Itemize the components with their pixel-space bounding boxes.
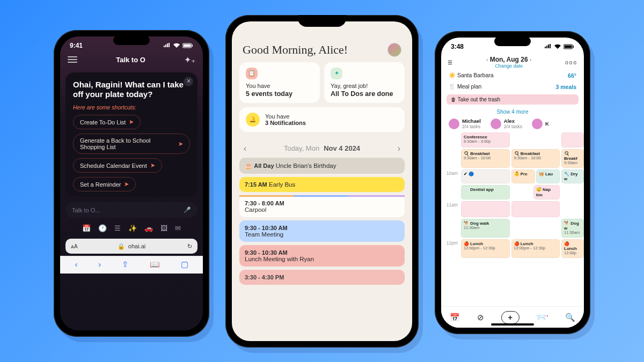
done-pre: Yay, great job! (331, 83, 368, 89)
clipboard-icon: 📋 (246, 68, 258, 79)
status-icons (163, 43, 193, 48)
toolbar: 📅 🕐 ☰ ✨ 🚗 🖼 ✉ (60, 221, 203, 237)
sparkle-tool-icon[interactable]: ✨ (128, 224, 137, 232)
weather-row[interactable]: ☀️ Santa Barbara 66° (441, 70, 584, 81)
shortcut-button[interactable]: Generate a Back to School Shopping List … (73, 134, 190, 154)
svg-rect-2 (192, 45, 193, 47)
mic-icon[interactable]: 🎤 (184, 206, 191, 213)
notif-main: 3 Notifications (265, 120, 306, 126)
calendar-icon[interactable]: 📅 (450, 313, 460, 322)
shortcut-button[interactable]: Create To-Do List ➤ (73, 115, 141, 129)
prev-day-icon[interactable]: ‹ (244, 144, 246, 153)
greeting-text: Ohai, Ragini! What can I take off your p… (73, 80, 190, 100)
calendar-event[interactable]: 🍎 Lunch12:00p (561, 239, 584, 258)
sparkle-icon[interactable]: ✦₊ (184, 55, 195, 65)
calendar-event[interactable]: ✔ 🔵 (461, 169, 510, 183)
menu-icon[interactable]: ☰ (448, 60, 452, 65)
status-time: 9:41 (70, 42, 83, 49)
phone-ohai: 9:41 Talk to O ✦₊ ✕ Ohai, Ragini! What c… (54, 30, 209, 337)
change-date-link[interactable]: Change date (486, 63, 531, 69)
refresh-icon[interactable]: ↻ (187, 243, 192, 250)
more-icon[interactable]: ooo (565, 60, 577, 65)
clock-icon[interactable]: 🕐 (98, 224, 107, 232)
calendar-event[interactable]: 🍳 Breakf9:30am (561, 149, 584, 168)
notifications-card[interactable]: 🔔 You have 3 Notifications (239, 107, 405, 132)
shortcuts-label: Here are some shortcuts: (73, 104, 190, 110)
calendar-event[interactable]: 🍳 Breakfast9:30am - 10:00 (461, 149, 510, 168)
chat-placeholder: Talk to O... (72, 207, 100, 213)
calendar-event[interactable]: 👶 Pre (511, 169, 535, 183)
search-icon[interactable]: 🔍 (565, 313, 575, 322)
calendar-event[interactable]: 🦷 Dentist app (461, 185, 510, 199)
mail-icon[interactable]: ✉ (175, 224, 181, 232)
inbox-icon[interactable]: 📨• (536, 313, 548, 322)
calendar-event[interactable]: 🍎 Lunch12:00pm - 12:30p (461, 239, 510, 258)
back-icon[interactable]: ‹ (75, 260, 77, 269)
todos-card[interactable]: ✦ Yay, great job! All To Dos are done (324, 62, 405, 103)
calendar-event[interactable]: 🔧 Dry w (561, 169, 584, 183)
svg-rect-5 (573, 46, 574, 48)
person-chip[interactable]: Alex2/4 tasks (491, 118, 522, 129)
calendar-event[interactable]: 🍳 Breakfast9:30am - 10:00 (511, 149, 560, 168)
status-time: 3:48 (451, 43, 464, 50)
greeting-card: ✕ Ohai, Ragini! What can I take off your… (65, 72, 197, 197)
event-item[interactable]: 7:15 AM Early Bus (239, 177, 405, 192)
calendar-event[interactable] (561, 132, 584, 147)
text-size-icon[interactable]: ᴀA (71, 243, 78, 249)
tabs-icon[interactable]: ▢ (181, 260, 188, 269)
greeting-title: Good Morning, Alice! (243, 43, 348, 57)
date-label: Today, Mon (284, 144, 319, 152)
events-main: 5 events today (246, 90, 313, 98)
add-button[interactable]: + (501, 311, 519, 324)
chat-input[interactable]: Talk to O... 🎤 (65, 202, 197, 218)
check-icon[interactable]: ⊘ (477, 313, 484, 322)
date-header[interactable]: ‹ Mon, Aug 26 › Change date (486, 56, 531, 69)
calendar-event[interactable]: 🐕 Dog w11:30am (561, 219, 584, 238)
url-text: ohai.ai (128, 243, 145, 249)
image-icon[interactable]: 🖼 (160, 224, 167, 232)
events-card[interactable]: 📋 You have 5 events today (239, 62, 320, 103)
meal-row[interactable]: 🍴 Meal plan 3 meals (441, 81, 584, 92)
forward-icon[interactable]: › (98, 260, 101, 269)
car-icon[interactable]: 🚗 (144, 224, 153, 232)
next-day-icon[interactable]: › (398, 144, 400, 153)
url-bar[interactable]: ᴀA 🔒 ohai.ai ↻ (65, 239, 197, 254)
notif-pre: You have (265, 113, 289, 120)
shortcut-button[interactable]: Schedule Calendar Event ➤ (73, 158, 162, 173)
calendar-add-icon[interactable]: 📅 (82, 224, 91, 232)
svg-rect-1 (184, 44, 191, 47)
browser-nav: ‹ › ⇧ 📖 ▢ (60, 256, 203, 274)
calendar-event[interactable]: 🧺 Lau (536, 169, 560, 183)
event-item[interactable]: 🎂 All Day Uncle Brian's Birthday (239, 158, 405, 174)
date-value: Nov 4 2024 (324, 144, 360, 152)
done-main: All To Dos are done (331, 90, 398, 98)
avatar[interactable] (387, 43, 401, 57)
calendar-event[interactable]: Conference8:30am - 3:00p (461, 132, 510, 147)
bell-icon: 🔔 (246, 113, 260, 127)
calendar-event[interactable]: 🐕 Dog walk11:30am (461, 219, 510, 238)
event-item[interactable]: 9:30 - 10:30 AMTeam Meeting (239, 220, 405, 242)
events-pre: You have (246, 83, 270, 89)
list-icon[interactable]: ☰ (114, 224, 121, 232)
phone-dashboard: Good Morning, Alice! 📋 You have 5 events… (225, 15, 419, 348)
close-icon[interactable]: ✕ (184, 77, 193, 86)
lock-icon: 🔒 (118, 243, 125, 250)
calendar-event[interactable]: 😴 Nap tim (533, 185, 560, 199)
person-chip[interactable]: K (532, 119, 549, 129)
app-title: Talk to O (116, 56, 145, 64)
share-icon[interactable]: ⇧ (122, 260, 129, 269)
menu-icon[interactable] (68, 56, 77, 63)
shortcut-button[interactable]: Set a Reminder ➤ (73, 177, 136, 191)
home-indicator (491, 323, 534, 326)
event-item[interactable]: 3:30 - 4:30 PM (239, 270, 405, 285)
svg-rect-4 (565, 46, 572, 48)
event-item[interactable]: 9:30 - 10:30 AMLunch Meeting with Ryan (239, 245, 405, 267)
bookmarks-icon[interactable]: 📖 (150, 260, 160, 269)
person-chip[interactable]: Michael2/4 tasks (449, 118, 481, 129)
date-navigator: ‹ Today, Mon Nov 4 2024 › (232, 136, 412, 157)
sparkle-check-icon: ✦ (331, 68, 342, 79)
show-more-link[interactable]: Show 4 more (441, 107, 584, 117)
calendar-event[interactable]: 🍎 Lunch12:00pm - 12:30p (511, 239, 560, 258)
event-item[interactable]: 7:30 - 8:00 AMCarpool (239, 195, 405, 217)
task-pill[interactable]: 🗑 Take out the trash (447, 94, 579, 105)
